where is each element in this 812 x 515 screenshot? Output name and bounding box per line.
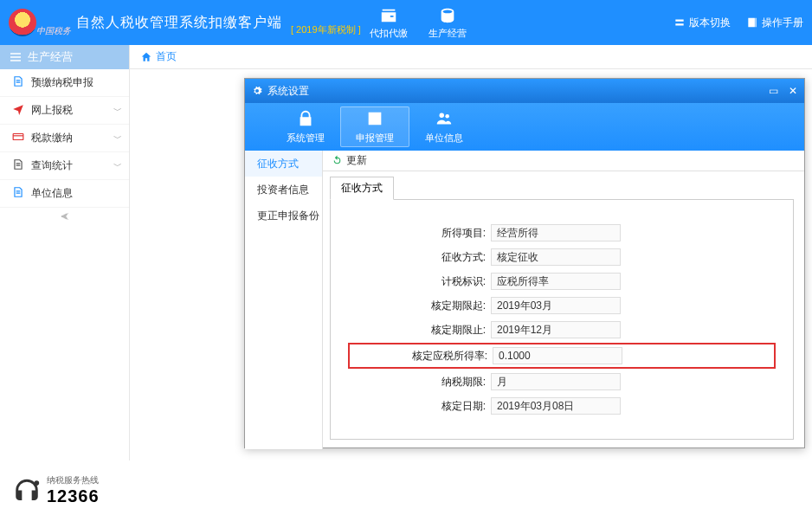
svg-point-2 — [445, 114, 449, 119]
hotline-number: 12366 — [47, 486, 100, 506]
wallet-icon — [379, 6, 398, 25]
sidebar-item-4[interactable]: 单位信息 — [0, 180, 129, 208]
gear-lines-icon — [9, 50, 23, 64]
dialog-main: 更新 征收方式 所得项目:经营所得征收方式:核定征收计税标识:应税所得率核定期限… — [323, 151, 804, 449]
refresh-button[interactable]: 更新 — [323, 151, 804, 171]
app-logo — [9, 9, 36, 36]
logo-script: 中国税务 — [36, 25, 71, 37]
dialog-close[interactable]: ✕ — [789, 85, 797, 97]
sidebar-item-3[interactable]: 查询统计﹀ — [0, 152, 129, 180]
app-title: 自然人税收管理系统扣缴客户端 — [76, 14, 282, 32]
form-row-0: 所得项目:经营所得 — [348, 221, 776, 245]
field-value[interactable]: 核定征收 — [491, 248, 621, 266]
field-label: 核定期限止: — [348, 323, 491, 338]
field-label: 核定期限起: — [348, 299, 491, 313]
form-row-4: 核定期限止:2019年12月 — [348, 318, 776, 342]
production-button[interactable]: 生产经营 — [429, 6, 467, 40]
new-tax-badge: [ 2019年新税制 ] — [291, 23, 361, 36]
inner-tab[interactable]: 征收方式 — [330, 177, 804, 200]
dialog-titlebar[interactable]: 系统设置 ▭ ✕ — [245, 79, 804, 103]
form-row-1: 征收方式:核定征收 — [348, 245, 776, 269]
field-value[interactable]: 2019年03月08日 — [491, 397, 621, 415]
doc-icon — [12, 186, 31, 201]
sidebar: 生产经营 预缴纳税申报网上报税﹀税款缴纳﹀查询统计﹀单位信息 ⮜ — [0, 45, 130, 460]
hotline-label: 纳税服务热线 — [47, 474, 100, 486]
form-row-2: 计税标识:应税所得率 — [348, 269, 776, 293]
lock-icon — [296, 109, 315, 130]
dialog-side-nav: 征收方式投资者信息更正申报备份 — [245, 151, 323, 449]
dialog-tab-1[interactable]: 申报管理 — [340, 106, 409, 147]
version-switch-link[interactable]: 版本切换 — [673, 16, 731, 30]
dialog-tab-0[interactable]: 系统管理 — [271, 103, 340, 151]
home-icon — [140, 51, 152, 63]
form-row-6: 纳税期限:月 — [348, 370, 776, 394]
dialog-side-item-2[interactable]: 更正申报备份 — [245, 203, 322, 229]
field-value[interactable]: 0.1000 — [493, 347, 622, 364]
svg-point-3 — [35, 480, 40, 486]
gear-icon — [252, 86, 262, 96]
field-label: 核定应税所得率: — [350, 349, 493, 364]
dialog-tab-2[interactable]: 单位信息 — [409, 103, 479, 151]
field-value[interactable]: 经营所得 — [491, 224, 621, 241]
dialog-maximize[interactable]: ▭ — [769, 85, 778, 97]
dialog-tabs: 系统管理申报管理单位信息 — [245, 103, 804, 151]
sidebar-title: 生产经营 — [0, 45, 129, 69]
sidebar-item-2[interactable]: 税款缴纳﹀ — [0, 125, 129, 152]
headset-icon — [12, 477, 42, 506]
field-value[interactable]: 2019年12月 — [491, 321, 621, 338]
field-label: 征收方式: — [348, 250, 491, 265]
app-header: 中国税务 自然人税收管理系统扣缴客户端 [ 2019年新税制 ] 代扣代缴 生产… — [0, 0, 812, 45]
svg-point-1 — [440, 113, 445, 119]
field-label: 纳税期限: — [348, 375, 491, 389]
sidebar-item-1[interactable]: 网上报税﹀ — [0, 97, 129, 125]
field-value[interactable]: 月 — [491, 373, 621, 390]
withhold-button[interactable]: 代扣代缴 — [370, 6, 408, 40]
doc-icon — [12, 158, 31, 173]
dialog-side-item-0[interactable]: 征收方式 — [245, 151, 322, 177]
coins-icon — [438, 6, 457, 25]
hotline: 纳税服务热线 12366 — [12, 474, 100, 506]
field-label: 计税标识: — [348, 274, 491, 289]
svg-rect-0 — [13, 134, 23, 140]
field-value[interactable]: 应税所得率 — [491, 273, 621, 290]
form-row-3: 核定期限起:2019年03月 — [348, 293, 776, 318]
edit-icon — [365, 109, 384, 130]
field-label: 核定日期: — [348, 399, 491, 414]
doc-icon — [12, 75, 31, 90]
form-row-7: 核定日期:2019年03月08日 — [348, 394, 776, 418]
sidebar-item-0[interactable]: 预缴纳税申报 — [0, 69, 129, 97]
refresh-icon — [332, 155, 343, 166]
field-label: 所得项目: — [348, 226, 491, 241]
manual-link[interactable]: 操作手册 — [746, 16, 803, 30]
chevron-down-icon: ﹀ — [113, 160, 122, 172]
breadcrumb-home[interactable]: 首页 — [156, 49, 177, 64]
switch-icon — [673, 16, 686, 29]
field-value[interactable]: 2019年03月 — [491, 297, 621, 314]
chevron-down-icon: ﹀ — [113, 105, 122, 117]
dialog-side-item-1[interactable]: 投资者信息 — [245, 177, 322, 203]
form-box: 所得项目:经营所得征收方式:核定征收计税标识:应税所得率核定期限起:2019年0… — [330, 199, 794, 440]
settings-dialog: 系统设置 ▭ ✕ 系统管理申报管理单位信息 征收方式投资者信息更正申报备份 更新… — [244, 78, 805, 448]
form-row-5: 核定应税所得率:0.1000 — [348, 343, 776, 369]
card-icon — [12, 131, 31, 145]
sidebar-collapse[interactable]: ⮜ — [0, 208, 129, 225]
plane-icon — [12, 103, 31, 118]
book-icon — [746, 16, 758, 29]
users-icon — [435, 109, 454, 130]
chevron-down-icon: ﹀ — [113, 132, 122, 145]
